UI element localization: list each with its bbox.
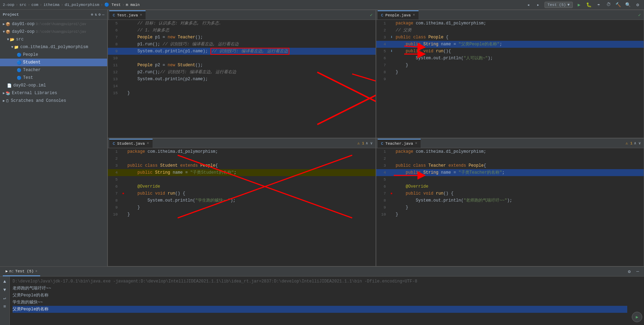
run-config-label: Test (5): [548, 3, 566, 7]
code-line: 8 System.out.println("学生跑的贼快~~");: [108, 197, 376, 204]
bottom-settings-btn[interactable]: ⚙: [626, 268, 633, 275]
tab-icon-test: C: [113, 13, 115, 17]
sidebar-header: Project ⊕ ⇅ ⚙ —: [0, 10, 107, 20]
run-config[interactable]: Test (5) ▼: [545, 2, 573, 8]
back-btn[interactable]: ◂: [525, 1, 532, 8]
bc-test[interactable]: 🔵 Test: [104, 2, 121, 7]
run-config-arrow: ▼: [567, 3, 570, 7]
code-lines-test: 5 // 目标: 认识多态: 对象多态, 行为多态. 6 // 1. 对象多态 …: [108, 20, 376, 138]
code-line: 3 ⬇ public class People {: [376, 34, 644, 41]
sidebar-item-src[interactable]: ▼ 📂 src: [0, 36, 107, 43]
editor-content-student[interactable]: 1 package com.itheima.d1_polymorphism; 2…: [108, 148, 376, 266]
scroll-down-btn[interactable]: ▼: [1, 286, 8, 293]
project-title: Project: [3, 13, 19, 17]
sidebar-label-student: Student: [23, 60, 40, 65]
sidebar-label-ext-libs: External Libraries: [12, 91, 57, 96]
code-line: 7 ● public void run() {: [108, 190, 376, 197]
filter-btn[interactable]: ≡: [1, 303, 8, 310]
editor-content-teacher[interactable]: 1 package com.itheima.d1_polymorphism; 2…: [376, 148, 644, 266]
bottom-tab-run[interactable]: ▶ n: Test (5) ×: [3, 267, 40, 276]
warn-icon-teacher: ⚠ 1: [626, 141, 632, 145]
bc-main[interactable]: m main: [126, 3, 140, 7]
sidebar-item-people[interactable]: 🔵 People: [0, 51, 107, 59]
code-line: 15 }: [108, 90, 376, 97]
code-line: 3 public class Teacher extends People{: [376, 162, 644, 169]
code-line: 4 public String name = "父类People的名称";: [376, 41, 644, 48]
tab-bar-student: C Student.java × ⚠ 1 ∧ ∨: [108, 138, 376, 148]
sidebar-label-iml: day02-oop.iml: [13, 83, 46, 88]
code-line: 9 }: [376, 204, 644, 211]
nav-arrows-teacher[interactable]: ∧ ∨: [634, 141, 641, 145]
tab-icon-teacher: C: [381, 142, 384, 146]
debug-btn[interactable]: 🐛: [585, 1, 592, 8]
editor-area: C Test.java × ✓ 5 // 目标: 认识多态: 对象多态, 行为多…: [108, 10, 644, 266]
tab-close-teacher[interactable]: ×: [415, 142, 417, 145]
sidebar-icon-sort[interactable]: ⇅: [95, 12, 97, 17]
bottom-minimize-btn[interactable]: —: [634, 268, 641, 275]
sidebar-content: ▶ 📦 day01-oop D:\code\huangpuipro1\jav ▼…: [0, 20, 107, 266]
arrow-icon: ▼: [11, 45, 13, 49]
sidebar-item-ext-libs[interactable]: ▶ 📚 External Libraries: [0, 89, 107, 97]
sidebar-label-day01: day01-oop: [12, 22, 35, 27]
bc-itheima[interactable]: itheima: [43, 3, 59, 7]
warn-icon-student: ⚠ 1: [357, 141, 364, 145]
code-line: 6 // 1. 对象多态: [108, 27, 376, 34]
code-line: 7 People p1 = new Teacher();: [108, 34, 376, 41]
editor-content-people[interactable]: 1 package com.itheima.d1_polymorphism; 2…: [376, 20, 644, 138]
sidebar-item-iml[interactable]: 📄 day02-oop.iml: [0, 82, 107, 89]
iml-icon: 📄: [7, 83, 12, 88]
tab-close-test[interactable]: ×: [140, 13, 142, 17]
code-line: 6 @Override: [376, 183, 644, 190]
module-icon: 📦: [6, 22, 10, 27]
scroll-up-btn[interactable]: ▲: [1, 278, 8, 285]
code-line: 1 package com.itheima.d1_polymorphism;: [376, 20, 644, 27]
editor-content-test[interactable]: 5 // 目标: 认识多态: 对象多态, 行为多态. 6 // 1. 对象多态 …: [108, 20, 376, 138]
code-line: 1 package com.itheima.d1_polymorphism;: [108, 148, 376, 155]
sidebar-label-people: People: [23, 52, 38, 57]
sidebar-item-student[interactable]: 🔵 Student: [0, 59, 107, 66]
main-layout: Project ⊕ ⇅ ⚙ — ▶ 📦 day01-oop D:\code\hu…: [0, 10, 644, 266]
run-btn[interactable]: ▶: [576, 1, 583, 8]
search-btn[interactable]: 🔍: [624, 1, 631, 8]
tab-teacher[interactable]: C Teacher.java ×: [378, 139, 421, 148]
bc-com[interactable]: com: [31, 3, 38, 7]
sidebar-item-scratches[interactable]: ▶ 🗒 Scratches and Consoles: [0, 97, 107, 105]
bottom-tab-close[interactable]: ×: [35, 269, 38, 273]
sidebar-item-teacher[interactable]: 🔵 Teacher: [0, 66, 107, 74]
sidebar-label-scratches: Scratches and Consoles: [11, 98, 66, 103]
run-panel-right: ▶: [630, 277, 644, 325]
bottom-tab-icon: ▶: [6, 269, 8, 273]
run-circle-btn[interactable]: ▶: [632, 312, 642, 322]
tab-close-student[interactable]: ×: [147, 142, 149, 145]
build-btn[interactable]: 🔨: [615, 1, 622, 8]
sidebar-label-teacher: Teacher: [23, 68, 40, 73]
bc-2oop[interactable]: 2-oop: [3, 3, 14, 7]
sidebar-icon-add[interactable]: ⊕: [91, 12, 94, 17]
sidebar-icon-minimize[interactable]: —: [102, 13, 104, 17]
sidebar-item-day01-oop[interactable]: ▶ 📦 day01-oop D:\code\huangpuipro1\jav: [0, 20, 107, 28]
settings-btn[interactable]: ⚙: [634, 1, 641, 8]
sidebar-item-package[interactable]: ▼ 📁 com.itheima.d1_polymorphism: [0, 43, 107, 51]
sidebar-item-day02-oop[interactable]: ▼ 📦 day02-oop D:\code\huangpuipro1\jav: [0, 28, 107, 36]
bottom-layout: ▲ ▼ ↵ ≡ D:\develop\Java\jdk-17.0.1\bin\j…: [0, 277, 644, 325]
tab-student[interactable]: C Student.java ×: [109, 139, 153, 148]
sidebar-icon-settings[interactable]: ⚙: [98, 12, 101, 17]
forward-btn[interactable]: ▸: [535, 1, 542, 8]
nav-arrows-student[interactable]: ∧ ∨: [366, 141, 373, 145]
tab-bar-test: C Test.java × ✓: [108, 10, 376, 20]
tab-people[interactable]: C People.java ×: [378, 10, 419, 20]
bc-src[interactable]: src: [20, 3, 27, 7]
sidebar-label-src: src: [16, 37, 24, 42]
wrap-btn[interactable]: ↵: [1, 295, 8, 302]
libs-icon: 📚: [6, 91, 10, 96]
output-line-4: 父类People的名称: [13, 306, 627, 313]
bc-d1[interactable]: d1_polymorphism: [65, 3, 99, 7]
bottom-content[interactable]: D:\develop\Java\jdk-17.0.1\bin\java.exe …: [10, 277, 630, 325]
profile-btn[interactable]: ⏱: [605, 1, 612, 8]
tab-close-people[interactable]: ×: [413, 13, 415, 17]
coverage-btn[interactable]: ☂: [595, 1, 602, 8]
code-lines-people: 1 package com.itheima.d1_polymorphism; 2…: [376, 20, 644, 138]
sidebar-item-test[interactable]: 🔵 Test: [0, 74, 107, 82]
code-line: 11 People p2 = new Student();: [108, 62, 376, 69]
tab-test[interactable]: C Test.java ×: [109, 10, 146, 20]
